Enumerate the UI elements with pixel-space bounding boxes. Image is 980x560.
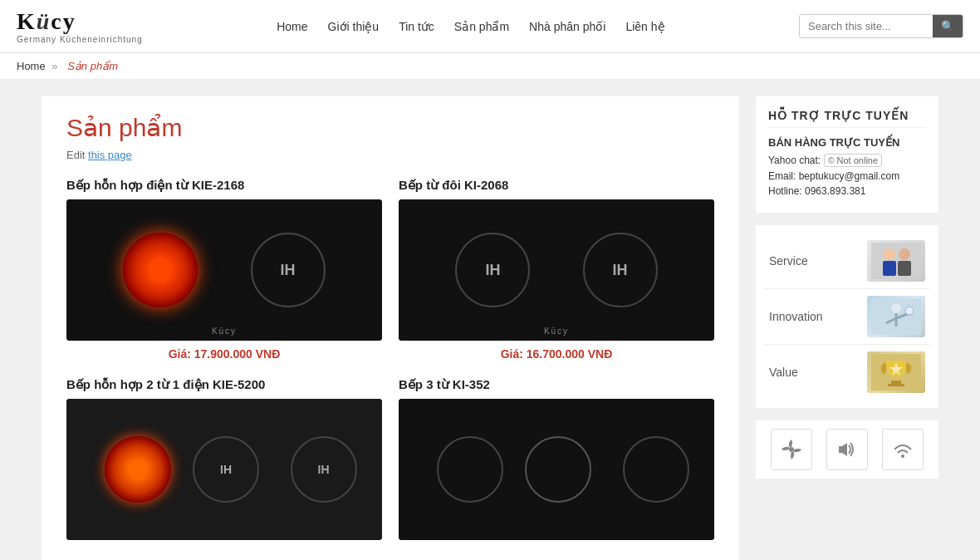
nav-about[interactable]: Giới thiệu (328, 20, 380, 33)
service-card-innovation[interactable]: Innovation (764, 289, 930, 345)
burner-4b (525, 436, 591, 503)
content-area: Sản phẩm Edit this page Bếp hỗn hợp điện… (42, 96, 739, 560)
service-cards: Service (756, 225, 938, 408)
innovation-img-content (867, 296, 925, 337)
hotline-text: Hotline: 0963.893.381 (768, 185, 865, 197)
svg-rect-2 (883, 261, 896, 276)
product-name: Bếp từ đôi KI-2068 (399, 178, 714, 193)
service-card-service[interactable]: Service (764, 233, 930, 289)
hotline-line: Hotline: 0963.893.381 (768, 185, 926, 197)
nav-products[interactable]: Sản phẩm (454, 20, 509, 33)
product-image[interactable]: IH IH Kücy (399, 199, 714, 341)
search-area: 🔍 (799, 14, 963, 38)
innovation-label: Innovation (769, 310, 859, 323)
breadcrumb-home[interactable]: Home (17, 60, 46, 72)
product-image[interactable]: IH IH (66, 399, 382, 540)
search-input[interactable] (800, 15, 933, 37)
svg-rect-4 (898, 261, 911, 276)
svg-point-6 (891, 303, 901, 313)
svg-point-17 (901, 454, 904, 458)
header: Kücy Germany Kücheneinrichtung Home Giới… (0, 0, 980, 53)
logo[interactable]: Kücy (17, 8, 76, 35)
burner-4c (623, 436, 689, 503)
edit-link-area: Edit this page (66, 149, 714, 161)
burner-electric (123, 233, 198, 307)
page-title: Sản phẩm (66, 113, 714, 142)
wifi-icon-box[interactable] (882, 429, 924, 470)
nav-distributors[interactable]: Nhà phân phối (529, 20, 605, 33)
burner-ih-right: IH (583, 233, 658, 307)
svg-marker-16 (839, 443, 847, 456)
burner-electric-3 (105, 436, 171, 503)
product-img-induction2: IH IH Kücy (399, 199, 714, 341)
nav-news[interactable]: Tin tức (399, 20, 434, 33)
main-nav: Home Giới thiệu Tin tức Sản phẩm Nhà phâ… (277, 20, 664, 33)
product-img-hybrid3: IH IH (66, 399, 382, 540)
value-img-content (867, 351, 925, 393)
product-item: Bếp 3 từ KI-352 (399, 377, 714, 547)
product-item: Bếp hỗn hợp 2 từ 1 điện KIE-5200 IH IH (66, 377, 382, 547)
support-subtitle: BÁN HÀNG TRỰC TUYẾN (768, 136, 926, 149)
email-text: Email: beptukucy@gmail.com (768, 170, 899, 182)
product-item: Bếp hỗn hợp điện từ KIE-2168 IH Kücy Giá… (66, 178, 382, 361)
product-image[interactable]: IH Kücy (66, 199, 382, 341)
burner-4a (437, 436, 503, 503)
service-img-content (867, 240, 925, 282)
edit-text: Edit (66, 149, 85, 161)
burner-ih-3b: IH (193, 436, 259, 503)
product-name: Bếp hỗn hợp 2 từ 1 điện KIE-5200 (66, 377, 382, 392)
svg-rect-13 (888, 384, 904, 386)
value-image (867, 351, 925, 393)
products-grid: Bếp hỗn hợp điện từ KIE-2168 IH Kücy Giá… (66, 178, 714, 547)
breadcrumb-current: Sản phẩm (67, 60, 118, 72)
product-img-hybrid2: IH Kücy (66, 199, 382, 341)
logo-area: Kücy Germany Kücheneinrichtung (17, 8, 143, 44)
icon-bar (756, 420, 938, 479)
nav-home[interactable]: Home (277, 20, 307, 33)
edit-this-page-link[interactable]: this page (88, 149, 132, 161)
svg-rect-12 (891, 381, 901, 384)
innovation-image (867, 296, 925, 337)
fan-icon-box[interactable] (771, 429, 812, 470)
svg-point-10 (905, 307, 914, 315)
breadcrumb-separator: » (51, 60, 57, 72)
service-image (867, 240, 925, 282)
product-img-induction3 (399, 399, 714, 540)
svg-point-3 (899, 248, 910, 260)
product-name: Bếp hỗn hợp điện từ KIE-2168 (66, 178, 382, 193)
logo-subtitle: Germany Kücheneinrichtung (17, 35, 143, 44)
nav-contact[interactable]: Liên hệ (625, 20, 664, 33)
product-item: Bếp từ đôi KI-2068 IH IH Kücy Giá: 16.70… (399, 178, 714, 361)
sound-icon-box[interactable] (826, 429, 868, 470)
not-online-badge: Not online (824, 154, 882, 167)
yahoo-line: Yahoo chat: Not online (768, 154, 926, 167)
svg-point-15 (789, 447, 794, 452)
search-button[interactable]: 🔍 (933, 15, 963, 37)
product-price: Giá: 17.900.000 VNĐ (66, 347, 382, 361)
product-name: Bếp 3 từ KI-352 (399, 377, 714, 392)
email-line: Email: beptukucy@gmail.com (768, 170, 926, 182)
product-image[interactable] (399, 399, 714, 540)
burner-induction: IH (251, 233, 326, 307)
value-label: Value (769, 366, 859, 379)
main-layout: Sản phẩm Edit this page Bếp hỗn hợp điện… (33, 96, 947, 560)
breadcrumb: Home » Sản phẩm (0, 53, 980, 80)
yahoo-label: Yahoo chat: (768, 155, 821, 166)
burner-ih-left: IH (455, 233, 530, 307)
product-price: Giá: 16.700.000 VNĐ (399, 347, 714, 361)
sidebar: HỖ TRỢ TRỰC TUYẾN BÁN HÀNG TRỰC TUYẾN Ya… (756, 96, 938, 560)
not-online-text: Not online (837, 155, 879, 165)
support-box: HỖ TRỢ TRỰC TUYẾN BÁN HÀNG TRỰC TUYẾN Ya… (756, 96, 938, 213)
service-card-value[interactable]: Value (764, 345, 930, 400)
burner-ih-3c: IH (291, 436, 357, 503)
svg-point-1 (884, 248, 895, 260)
service-label: Service (769, 254, 859, 268)
support-title: HỖ TRỢ TRỰC TUYẾN (768, 109, 926, 128)
